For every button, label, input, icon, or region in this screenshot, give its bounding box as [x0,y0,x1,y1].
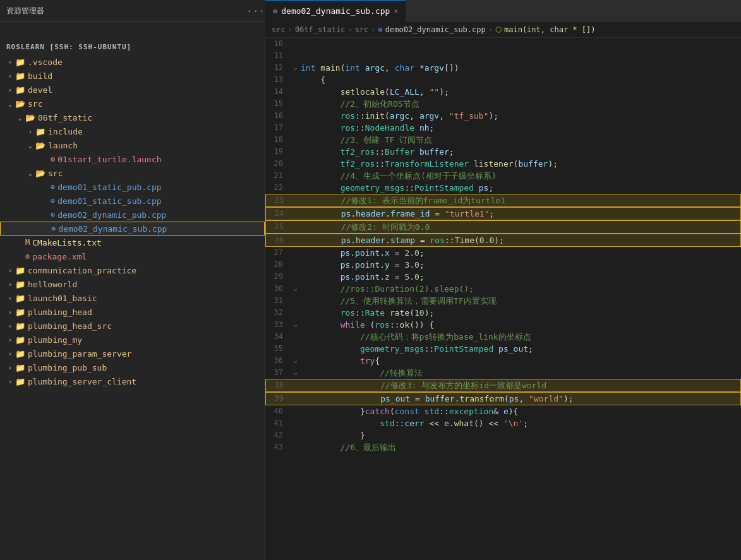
sidebar-header: ROSLEARN [SSH: SSH-UBUNTU] [0,38,265,55]
more-actions-button[interactable]: ··· [246,5,265,17]
sidebar-item-cmakelists[interactable]: M CMakeLists.txt [0,235,265,249]
sidebar-item-plumbing-head[interactable]: › 📁 plumbing_head [0,305,265,319]
code-line-24: 24 ps.header.frame_id = "turtle1"; [265,207,741,220]
sidebar-item-src[interactable]: ⌄ 📂 src [0,97,265,110]
code-line-41: 41 std::cerr << e.what() << '\n'; [265,417,741,429]
sidebar-item-communication-practice[interactable]: › 📁 communication_practice [0,263,265,277]
sidebar-item-devel[interactable]: › 📁 devel [0,83,265,97]
explorer-title: 资源管理器 [6,6,133,16]
sidebar-item-plumbing-my[interactable]: › 📁 plumbing_my [0,333,265,347]
code-line-11: 11 [265,50,741,62]
code-line-34: 34 //核心代码：将ps转换为base_link的坐标点 [265,331,741,343]
folder-open-icon: 📂 [25,113,35,122]
sidebar-item-include[interactable]: › 📁 include [0,124,265,138]
cpp-file-icon: ⊕ [51,182,55,191]
sidebar-item-plumbing-pub-sub[interactable]: › 📁 plumbing_pub_sub [0,360,265,374]
code-line-43: 43 //6、最后输出 [265,441,741,453]
code-line-38: 38 //修改3: 与发布方的坐标id一致都是world [265,379,741,392]
fold-arrow-37[interactable]: ⌄ [291,367,301,379]
fold-arrow-33[interactable]: ⌄ [291,319,301,331]
code-line-40: 40 }catch(const std::exception& e){ [265,405,741,417]
folder-arrow: › [5,59,15,66]
title-bar: 资源管理器 ··· ⊕ demo02_dynamic_sub.cpp ✕ [0,0,741,22]
fold-arrow-12[interactable]: ⌄ [291,62,301,74]
breadcrumb: src › 06tf_static › src › ⊕ demo02_dynam… [265,22,741,38]
xml-file-icon: ⚙ [25,252,30,261]
sidebar-item-vscode[interactable]: › 📁 .vscode [0,55,265,69]
code-line-10: 10 [265,38,741,50]
tab-label: demo02_dynamic_sub.cpp [281,6,390,16]
code-line-13: 13 { [265,74,741,86]
sidebar-item-helloworld[interactable]: › 📁 helloworld [0,277,265,291]
code-line-30: 30 ⌄ //ros::Duration(2).sleep(); [265,283,741,295]
code-line-12: 12 ⌄ int main(int argc, char *argv[]) [265,62,741,74]
folder-icon: 📁 [15,335,25,345]
code-line-39: 39 ps_out = buffer.transform(ps, "world"… [265,392,741,405]
file-explorer-sidebar: ROSLEARN [SSH: SSH-UBUNTU] › 📁 .vscode ›… [0,38,265,560]
code-line-23: 23 //修改1: 表示当前的frame_id为turtle1 [265,194,741,207]
folder-icon: 📁 [15,377,25,386]
code-line-17: 17 ros::NodeHandle nh; [265,122,741,134]
cpp-tab-icon: ⊕ [273,7,277,16]
folder-icon: 📁 [15,85,25,95]
code-line-33: 33 ⌄ while (ros::ok()) { [265,319,741,331]
folder-open-icon: 📂 [35,141,45,150]
code-line-28: 28 ps.point.y = 3.0; [265,259,741,271]
folder-icon: 📁 [15,321,25,331]
sidebar-item-01start-turtle-launch[interactable]: ⚙ 01start_turtle.launch [0,152,265,166]
folder-icon: 📁 [15,71,25,81]
sidebar-item-plumbing-server-client[interactable]: › 📁 plumbing_server_client [0,374,265,388]
code-line-42: 42 } [265,429,741,441]
fold-arrow-30[interactable]: ⌄ [291,283,301,295]
code-editor[interactable]: 10 11 12 ⌄ int main(int argc, char *argv… [265,38,741,560]
code-line-27: 27 ps.point.x = 2.0; [265,247,741,259]
folder-icon: 📁 [15,266,25,275]
tab-close-button[interactable]: ✕ [394,7,398,15]
folder-icon: 📁 [35,127,45,136]
sidebar-item-src-inner[interactable]: ⌄ 📂 src [0,166,265,180]
code-line-25: 25 //修改2: 时间戳为0.0 [265,220,741,234]
folder-icon: 📁 [15,349,25,359]
code-line-18: 18 //3、创建 TF 订阅节点 [265,134,741,146]
fold-arrow-36[interactable]: ⌄ [291,355,301,367]
cmake-file-icon: M [25,238,30,247]
sidebar-item-demo02-dynamic-pub[interactable]: ⊕ demo02_dynamic_pub.cpp [0,208,265,222]
folder-icon: 📁 [15,280,25,289]
sidebar-item-06tf_static[interactable]: ⌄ 📂 06tf_static [0,110,265,124]
folder-icon: 📁 [15,363,25,372]
sidebar-item-plumbing-head-src[interactable]: › 📁 plumbing_head_src [0,319,265,333]
tab-demo02-dynamic-sub[interactable]: ⊕ demo02_dynamic_sub.cpp ✕ [265,0,406,22]
launch-file-icon: ⚙ [51,155,55,164]
folder-icon: 📁 [15,57,25,67]
code-line-32: 32 ros::Rate rate(10); [265,307,741,319]
folder-open-icon: 📂 [35,169,45,178]
code-line-36: 36 ⌄ try{ [265,355,741,367]
code-line-37: 37 ⌄ //转换算法 [265,367,741,379]
code-line-15: 15 //2、初始化ROS节点 [265,98,741,110]
code-line-14: 14 setlocale(LC_ALL, ""); [265,86,741,98]
code-line-16: 16 ros::init(argc, argv, "tf_sub"); [265,110,741,122]
code-line-22: 22 geometry_msgs::PointStamped ps; [265,182,741,194]
sidebar-item-build[interactable]: › 📁 build [0,69,265,83]
code-line-21: 21 //4、生成一个坐标点(相对于子级坐标系) [265,170,741,182]
code-line-20: 20 tf2_ros::TransformListener listener(b… [265,158,741,170]
folder-icon: 📁 [15,307,25,317]
sidebar-item-plumbing-param-server[interactable]: › 📁 plumbing_param_server [0,347,265,360]
code-line-19: 19 tf2_ros::Buffer buffer; [265,146,741,158]
sidebar-item-package-xml[interactable]: ⚙ package.xml [0,249,265,263]
code-line-31: 31 //5、使用转换算法，需要调用TF内置实现 [265,295,741,307]
cpp-file-icon: ⊕ [51,196,55,205]
code-line-29: 29 ps.point.z = 5.0; [265,271,741,283]
sidebar-item-launch01-basic[interactable]: › 📁 launch01_basic [0,291,265,305]
code-line-35: 35 geometry_msgs::PointStamped ps_out; [265,343,741,355]
cpp-file-icon-selected: ⊕ [51,224,56,233]
folder-open-icon: 📂 [15,99,25,109]
sidebar-item-demo02-dynamic-sub[interactable]: ⊕ demo02_dynamic_sub.cpp [0,222,265,235]
code-line-26: 26 ps.header.stamp = ros::Time(0.0); [265,234,741,247]
sidebar-item-demo01-static-pub[interactable]: ⊕ demo01_static_pub.cpp [0,180,265,194]
folder-icon: 📁 [15,294,25,303]
sidebar-item-launch[interactable]: ⌄ 📂 launch [0,138,265,152]
cpp-file-icon: ⊕ [51,210,55,219]
sidebar-item-demo01-static-sub[interactable]: ⊕ demo01_static_sub.cpp [0,194,265,208]
